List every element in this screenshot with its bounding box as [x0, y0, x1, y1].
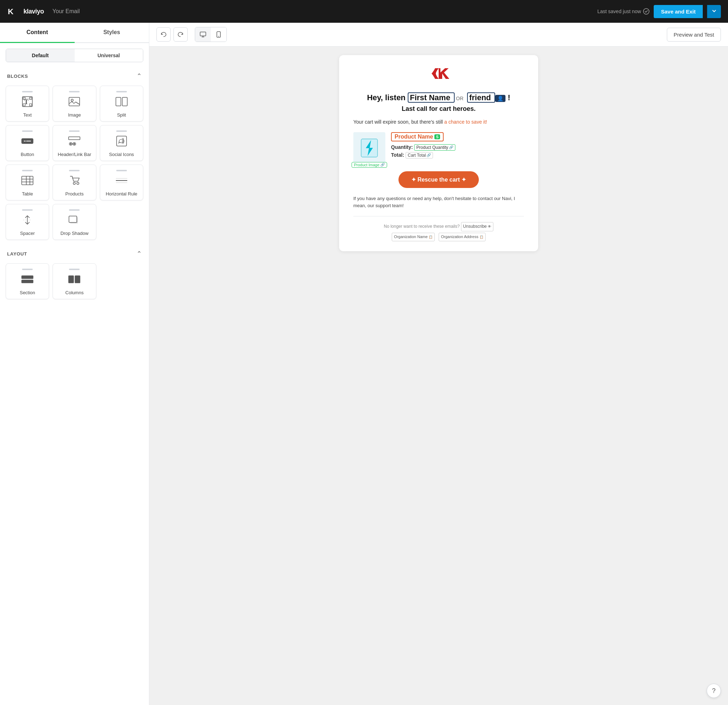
blocks-section-header: BLOCKS ⌃ [0, 68, 149, 83]
drag-handle [116, 170, 127, 171]
email-footer-text: If you have any questions or need any he… [353, 195, 524, 210]
svg-point-10 [71, 99, 73, 101]
block-button-label: Button [21, 152, 34, 157]
save-exit-button[interactable]: Save and Exit [654, 5, 703, 18]
topnav: K klaviyo Your Email Last saved just now… [0, 0, 728, 23]
email-logo [353, 66, 524, 86]
redo-icon [178, 31, 184, 37]
block-split-label: Split [117, 112, 126, 118]
layout-grid: Section Columns [0, 261, 149, 305]
block-social-icons[interactable]: Social Icons [100, 125, 143, 161]
svg-rect-8 [29, 104, 32, 106]
topnav-right: Last saved just now Save and Exit [597, 5, 721, 18]
svg-rect-39 [22, 276, 33, 278]
person-icon: 👤 [495, 95, 506, 102]
split-block-icon [114, 95, 129, 109]
app-name: klaviyo [23, 8, 44, 15]
svg-rect-25 [22, 176, 33, 185]
block-table[interactable]: Table [6, 164, 49, 200]
layout-section[interactable]: Section [6, 263, 49, 299]
rescue-cart-button[interactable]: ✦ Rescue the cart ✦ [399, 171, 479, 188]
block-image[interactable]: Image [53, 86, 96, 121]
email-card: Hey, listen First Name OR friend 👤 ! Las… [339, 55, 538, 251]
columns-layout-icon [67, 272, 81, 286]
drag-handle [22, 209, 33, 211]
block-horizontal-rule-label: Horizontal Rule [105, 191, 137, 196]
drag-handle [22, 170, 33, 171]
block-drop-shadow[interactable]: Drop Shadow [53, 204, 96, 240]
product-row: Product Image 🔗 Product Name S Quantity: [353, 132, 524, 164]
block-text-label: Text [23, 112, 32, 118]
svg-point-30 [73, 182, 75, 185]
main-layout: Content Styles Default Universal BLOCKS … [0, 23, 728, 705]
drag-handle [69, 91, 79, 92]
layout-section-header: LAYOUT ⌃ [0, 245, 149, 261]
svg-rect-12 [122, 97, 127, 106]
social-icons-block-icon [114, 134, 129, 148]
block-button[interactable]: Button [6, 125, 49, 161]
app-logo: K klaviyo [7, 5, 44, 18]
mobile-view-button[interactable] [211, 27, 227, 42]
layout-columns-label: Columns [65, 290, 84, 295]
email-subheading: Last call for cart heroes. [353, 105, 524, 112]
email-divider [353, 216, 524, 216]
email-body-text: Your cart will expire soon, but there's … [353, 118, 524, 126]
cta-wrap: ✦ Rescue the cart ✦ [353, 171, 524, 188]
block-image-label: Image [68, 112, 81, 118]
help-button[interactable]: ? [707, 684, 721, 698]
layout-collapse-button[interactable]: ⌃ [137, 250, 142, 258]
undo-button[interactable] [156, 27, 170, 42]
block-horizontal-rule[interactable]: Horizontal Rule [100, 164, 143, 200]
svg-point-47 [218, 36, 219, 37]
tab-styles[interactable]: Styles [75, 23, 149, 43]
tab-content[interactable]: Content [0, 23, 75, 43]
svg-rect-16 [69, 137, 80, 140]
block-social-icons-label: Social Icons [109, 152, 134, 157]
svg-rect-42 [75, 276, 80, 283]
toggle-universal-button[interactable]: Universal [75, 49, 143, 62]
default-universal-toggle: Default Universal [6, 49, 143, 62]
tab-bar: Content Styles [0, 23, 149, 43]
save-cart-link[interactable]: a chance to save it! [444, 119, 487, 125]
product-name-icon: S [434, 134, 440, 139]
device-toggle [195, 27, 227, 42]
chevron-down-icon [712, 9, 716, 13]
last-saved-text: Last saved just now [597, 8, 649, 14]
layout-columns[interactable]: Columns [53, 263, 96, 299]
block-spacer[interactable]: Spacer [6, 204, 49, 240]
product-image-placeholder [353, 132, 385, 164]
klaviyo-logo-icon: K [7, 5, 20, 18]
redo-button[interactable] [173, 27, 188, 42]
blocks-collapse-button[interactable]: ⌃ [137, 72, 142, 80]
save-exit-dropdown-button[interactable] [707, 5, 721, 18]
block-text[interactable]: T Text [6, 86, 49, 121]
drag-handle [22, 130, 33, 132]
block-spacer-label: Spacer [20, 231, 35, 236]
product-quantity: Quantity: Product Quantity 🔗 [391, 144, 524, 151]
horizontal-rule-icon [114, 173, 129, 187]
toggle-default-button[interactable]: Default [6, 49, 75, 62]
preview-test-button[interactable]: Preview and Test [667, 28, 721, 42]
block-split[interactable]: Split [100, 86, 143, 121]
drag-handle [69, 170, 79, 171]
block-header-link-bar-label: Header/Link Bar [58, 152, 91, 157]
org-name-tag: Organization Name 📋 [392, 233, 435, 241]
product-image-merge-tag: Product Image 🔗 [352, 162, 387, 168]
product-total: Total: Cart Total 🔗 [391, 152, 524, 159]
unsubscribe-link[interactable]: Unsubscribe 👁 [461, 222, 494, 231]
email-unsubscribe: No longer want to receive these emails? … [353, 222, 524, 241]
block-products[interactable]: Products [53, 164, 96, 200]
svg-rect-11 [116, 97, 121, 106]
org-address-tag: Organization Address 📋 [439, 233, 485, 241]
mobile-icon [215, 31, 222, 38]
block-products-label: Products [65, 191, 84, 196]
first-name-merge-tag: First Name [408, 92, 455, 103]
svg-rect-22 [117, 136, 127, 146]
klaviyo-email-logo [428, 66, 449, 84]
cart-total-tag: Cart Total 🔗 [406, 152, 433, 159]
drag-handle [116, 91, 127, 92]
svg-rect-21 [74, 143, 75, 145]
layout-section-label: Section [20, 290, 35, 295]
desktop-view-button[interactable] [195, 27, 211, 42]
block-header-link-bar[interactable]: Header/Link Bar [53, 125, 96, 161]
